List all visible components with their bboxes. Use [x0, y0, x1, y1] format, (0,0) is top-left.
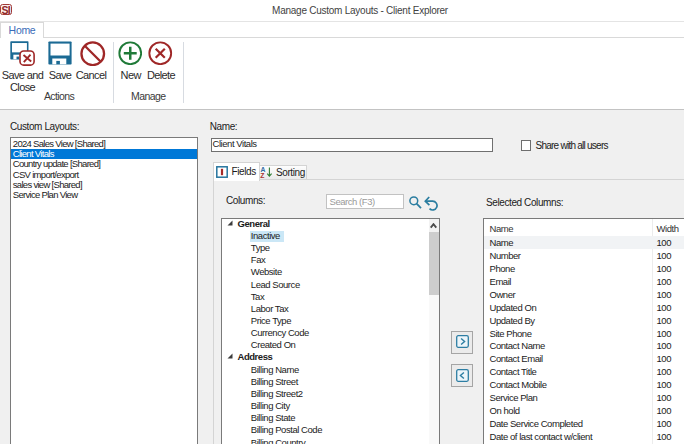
svg-text:Z: Z: [260, 172, 264, 179]
